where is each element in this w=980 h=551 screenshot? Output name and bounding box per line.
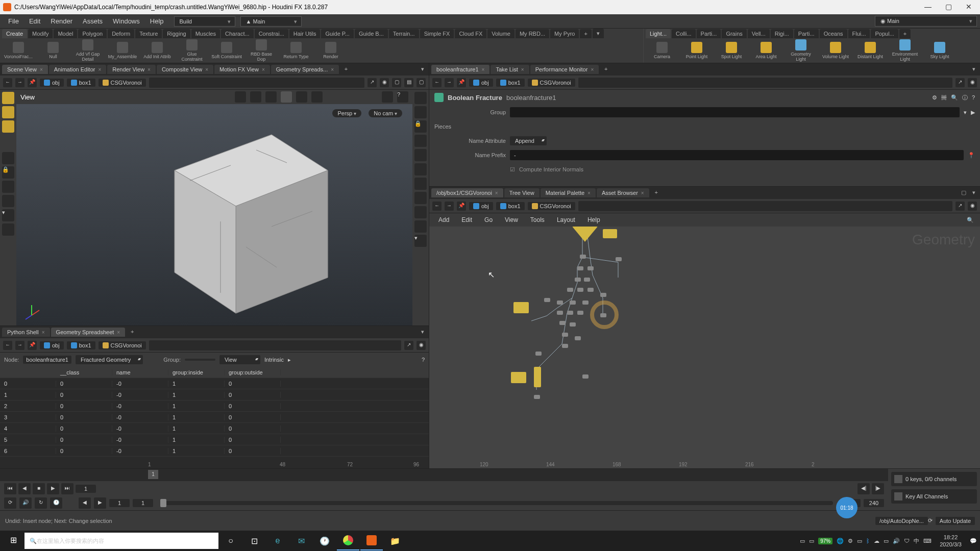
pick-icon[interactable]: 📍 (968, 152, 975, 159)
clock-icon[interactable]: 🕐 (313, 531, 336, 550)
add-tab-button[interactable]: + (342, 65, 350, 73)
network-node[interactable] (587, 288, 594, 292)
network-node[interactable] (582, 374, 589, 379)
keys-channels[interactable]: 0 keys, 0/0 channels (891, 472, 977, 486)
shelf-tab[interactable]: Hair Utils (289, 29, 321, 38)
nav-forward-button[interactable]: → (15, 78, 24, 87)
tool-button[interactable]: ▢ (416, 78, 426, 87)
tab-scene-view[interactable]: Scene View× (2, 65, 48, 74)
table-row[interactable]: 30-010 (0, 412, 429, 423)
nav-pin2-button[interactable]: ↗ (955, 78, 965, 87)
network-node[interactable] (584, 278, 590, 282)
first-frame-button[interactable]: ⏮ (4, 483, 16, 494)
torch-tool-icon[interactable] (2, 181, 14, 193)
col-inside[interactable]: group:inside (168, 369, 225, 375)
info-icon[interactable]: ⓘ (962, 94, 968, 102)
vp-tool-icon[interactable] (311, 91, 323, 103)
shelf-item[interactable]: Area Light (751, 42, 781, 59)
snapshot-button[interactable]: ▤ (404, 78, 413, 87)
path-box1[interactable]: box1 (67, 79, 95, 87)
key-back-button[interactable]: ◀ (79, 497, 91, 509)
network-node[interactable] (570, 322, 576, 327)
table-cell[interactable]: 1 (168, 425, 225, 432)
tab-composite-view[interactable]: Composite View× (157, 65, 213, 74)
vp-display-icon[interactable]: ▾ (414, 235, 427, 247)
current-frame[interactable]: 1 (76, 485, 96, 493)
network-node[interactable] (616, 257, 622, 261)
render-button[interactable]: ▢ (392, 78, 401, 87)
tab-python-shell[interactable]: Python Shell× (2, 328, 50, 337)
net-menu-tools[interactable]: Tools (525, 215, 550, 225)
tab-animation-editor[interactable]: Animation Editor× (49, 65, 107, 74)
help-icon[interactable]: ? (422, 357, 425, 363)
path-box1[interactable]: box1 (496, 202, 525, 210)
network-node[interactable] (570, 300, 576, 305)
menu-help[interactable]: Help (145, 15, 169, 27)
name-prefix-input[interactable]: - (510, 150, 964, 160)
table-row[interactable]: 00-010 (0, 378, 429, 389)
checkbox[interactable]: ☑ (510, 166, 515, 173)
table-cell[interactable]: 3 (0, 414, 56, 420)
shelf-tab[interactable]: My RBD... (516, 29, 549, 38)
shelf-item[interactable]: Camera (647, 42, 677, 59)
tab-geometry-spreadsheet[interactable]: Geometry Spreads...× (271, 65, 339, 74)
table-cell[interactable]: 6 (0, 448, 56, 454)
range-end2[interactable]: 240 (864, 499, 884, 507)
network-node[interactable] (557, 300, 563, 305)
table-row[interactable]: 40-010 (0, 423, 429, 434)
menu-assets[interactable]: Assets (78, 15, 108, 27)
network-node[interactable] (575, 278, 581, 282)
shelf-item[interactable]: Soft Constraint (211, 42, 242, 59)
path-obj[interactable]: obj (40, 79, 64, 87)
shelf-tab[interactable]: Modify (28, 29, 53, 38)
table-cell[interactable]: -0 (112, 392, 168, 398)
table-cell[interactable]: 0 (225, 425, 281, 432)
table-cell[interactable]: 0 (56, 448, 112, 454)
network-node[interactable] (535, 352, 542, 356)
shelf-tab[interactable]: Charact... (221, 29, 254, 38)
shelf-tab[interactable]: Constrai... (255, 29, 288, 38)
explorer-icon[interactable]: 📁 (384, 531, 406, 550)
intrinsic-label[interactable]: Intrinsic (264, 357, 284, 363)
vp-tool-icon[interactable] (382, 91, 393, 103)
shelf-tab[interactable]: Guide B... (355, 29, 388, 38)
group-select-icon[interactable]: ▾ (964, 109, 967, 116)
realtime-button[interactable]: ⟳ (4, 497, 16, 509)
shelf-item[interactable]: Spot Light (716, 42, 747, 59)
nav-pin-button[interactable]: 📌 (457, 202, 466, 211)
path-csgvoronoi[interactable]: CSGVoronoi (99, 341, 146, 349)
table-cell[interactable]: 0 (0, 381, 56, 387)
network-canvas[interactable]: Geometry (429, 227, 980, 468)
pane-menu-button[interactable]: ▾ (970, 65, 978, 73)
spreadsheet-table[interactable]: __class name group:inside group:outside … (0, 367, 429, 468)
radial-menu-selector[interactable]: ◉ Main (875, 16, 977, 27)
add-tab-button[interactable]: + (128, 328, 136, 336)
nav-forward-button[interactable]: → (445, 78, 454, 87)
table-cell[interactable]: 0 (225, 392, 281, 398)
table-row[interactable]: 50-010 (0, 434, 429, 445)
shelf-tab[interactable]: Rigi... (771, 29, 793, 38)
vp-display-icon[interactable] (414, 192, 427, 204)
nav-back-button[interactable]: ← (432, 202, 442, 211)
shelf-item[interactable]: Render (315, 42, 346, 59)
loop-button[interactable]: ↻ (35, 497, 47, 509)
stop-button[interactable]: ■ (33, 483, 45, 494)
nav-pin2-button[interactable]: ↗ (955, 202, 965, 211)
nav-pin2-button[interactable]: ↗ (404, 341, 413, 350)
system-tray[interactable]: ▭▭ 97% 🌐⚙▭ᛒ☁▭🔊🛡中⌨ 18:22 2020/3/3 💬 (800, 534, 977, 548)
shelf-item[interactable]: Geometry Light (786, 39, 816, 62)
down-tool-icon[interactable]: ▾ (2, 209, 14, 221)
network-node[interactable] (557, 311, 563, 315)
shelf-tab[interactable]: Colli... (672, 29, 696, 38)
vp-display-icon[interactable] (414, 106, 427, 118)
network-node[interactable] (559, 321, 566, 325)
menu-render[interactable]: Render (45, 15, 78, 27)
clock-button[interactable]: 🕐 (50, 497, 62, 509)
key-all-channels-button[interactable]: Key All Channels (891, 489, 977, 504)
group-input[interactable] (510, 107, 960, 117)
mail-icon[interactable]: ✉ (290, 531, 312, 550)
range-start2[interactable]: 1 (133, 499, 153, 507)
table-cell[interactable]: 1 (168, 437, 225, 443)
vp-tool-icon[interactable] (296, 91, 307, 103)
shelf-add-button[interactable]: + (899, 29, 911, 38)
